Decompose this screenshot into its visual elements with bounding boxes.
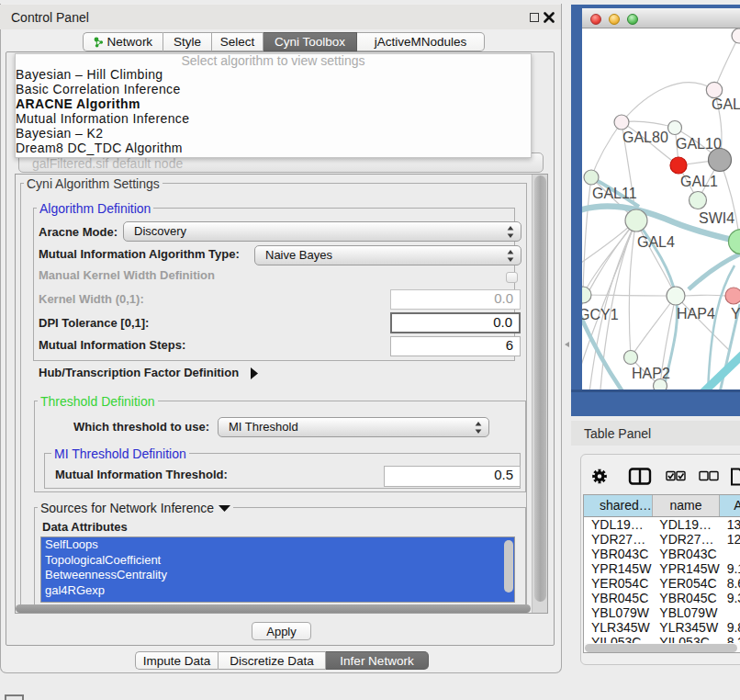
svg-text:GAL2: GAL2 <box>712 96 740 112</box>
svg-text:GAL1: GAL1 <box>680 174 718 189</box>
svg-text:SWI4: SWI4 <box>699 210 734 226</box>
svg-text:HAP2: HAP2 <box>632 366 670 381</box>
svg-text:GAL10: GAL10 <box>676 136 722 152</box>
svg-text:YJ: YJ <box>731 306 740 322</box>
svg-text:GCY1: GCY1 <box>582 307 619 322</box>
svg-text:GAL80: GAL80 <box>622 130 668 145</box>
svg-text:GAL11: GAL11 <box>592 186 637 201</box>
svg-text:GAL4: GAL4 <box>637 234 675 250</box>
svg-text:HAP4: HAP4 <box>677 306 715 322</box>
